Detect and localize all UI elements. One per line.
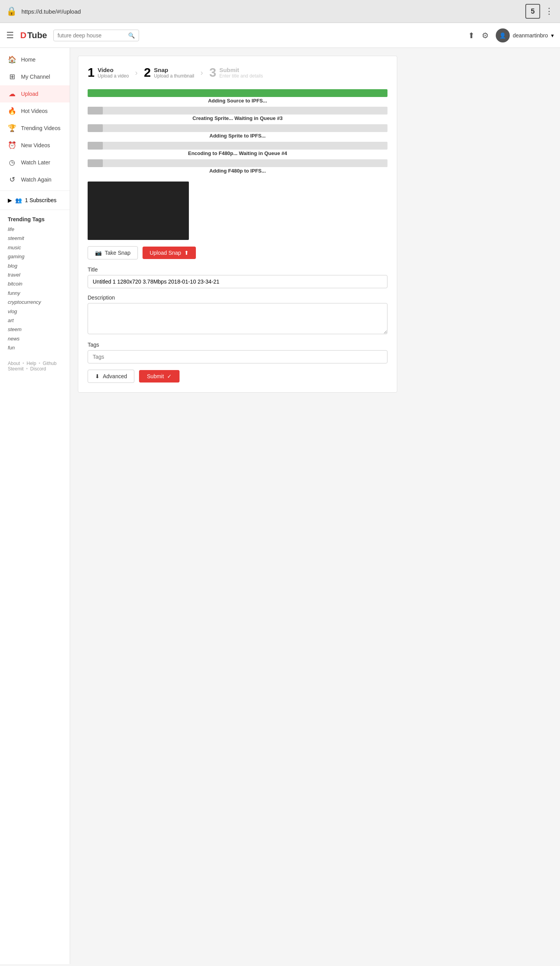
search-input[interactable] [58,32,125,39]
sidebar-label-upload: Upload [21,91,38,97]
sidebar-label-watch-again: Watch Again [21,176,51,183]
progress-bar-2: Creating Sprite... Waiting in Queue #3 [88,107,387,121]
tag-news[interactable]: news [8,334,62,343]
snap-buttons: 📷 Take Snap Upload Snap ⬆ [88,246,387,259]
progress-track-5 [88,159,387,167]
cloud-icon: ☁ [8,90,16,98]
upload-snap-button[interactable]: Upload Snap ⬆ [143,247,196,259]
submit-button[interactable]: Submit ✓ [139,370,180,383]
browser-menu-icon[interactable]: ⋮ [545,6,554,16]
tag-gaming[interactable]: gaming [8,252,62,261]
chevron-right-icon: ▶ [8,197,12,203]
download-icon: ⬇ [95,373,100,379]
sidebar: 🏠 Home ⊞ My Channel ☁ Upload 🔥 Hot Video… [0,48,70,964]
sidebar-label-hot-videos: Hot Videos [21,108,48,114]
sidebar-item-watch-later[interactable]: ◷ Watch Later [0,154,70,171]
help-link[interactable]: Help [26,361,36,366]
upload-nav-icon[interactable]: ⬆ [468,31,475,40]
sidebar-item-new-videos[interactable]: ⏰ New Videos [0,137,70,154]
progress-fill-3 [88,124,103,132]
dropdown-arrow-icon: ▾ [551,32,554,39]
description-textarea[interactable] [88,303,387,334]
fire-icon: 🔥 [8,107,16,115]
sidebar-item-watch-again[interactable]: ↺ Watch Again [0,171,70,188]
title-input[interactable] [88,275,387,288]
progress-label-5: Adding F480p to IPFS... [88,168,387,174]
tags-group: Tags [88,342,387,363]
logo-tube: Tube [27,30,47,41]
sidebar-label-my-channel: My Channel [21,74,50,80]
tag-blog[interactable]: blog [8,261,62,270]
tag-life[interactable]: life [8,225,62,234]
sidebar-item-upload[interactable]: ☁ Upload [0,85,70,102]
progress-track-3 [88,124,387,132]
trophy-icon: 🏆 [8,124,16,132]
search-bar[interactable]: 🔍 [53,30,139,41]
sidebar-label-new-videos: New Videos [21,142,50,148]
sidebar-label-trending-videos: Trending Videos [21,125,60,131]
sidebar-subscribes[interactable]: ▶ 👥 1 Subscribes [0,193,70,207]
submit-label: Submit [147,373,164,379]
tag-cryptocurrency[interactable]: cryptocurrency [8,298,62,307]
trending-tags-title: Trending Tags [8,216,62,222]
progress-bar-1: Adding Source to IPFS... [88,89,387,104]
take-snap-button[interactable]: 📷 Take Snap [88,246,138,259]
tag-art[interactable]: art [8,316,62,325]
about-link[interactable]: About [8,361,20,366]
step-arrow-1: › [135,68,138,77]
url-bar[interactable]: https://d.tube/#!/upload [21,8,521,15]
settings-icon[interactable]: ⚙ [482,31,489,40]
step-1-title: Video [98,67,129,73]
progress-bar-4: Encoding to F480p... Waiting in Queue #4 [88,142,387,156]
trending-tags: Trending Tags life steemit music gaming … [0,212,70,356]
lock-icon: 🔒 [6,6,17,16]
steemit-link[interactable]: Steemit [8,366,24,372]
step-arrow-2: › [201,68,203,77]
progress-fill-2 [88,107,103,115]
home-icon: 🏠 [8,55,16,64]
browser-bar: 🔒 https://d.tube/#!/upload 5 ⋮ [0,0,560,23]
steps: 1 Video Upload a video › 2 Snap Upload a… [88,65,387,80]
people-icon: 👥 [15,197,22,203]
user-area[interactable]: 👤 deanmartinbro ▾ [496,28,554,42]
sidebar-divider-2 [0,210,70,210]
clock-icon: ⏰ [8,141,16,150]
step-2-title: Snap [154,67,194,73]
sidebar-item-home[interactable]: 🏠 Home [0,51,70,68]
advanced-label: Advanced [103,373,127,379]
progress-label-1: Adding Source to IPFS... [88,98,387,104]
github-link[interactable]: Github [43,361,56,366]
sidebar-footer: About • Help • Github Steemit • Discord [0,356,70,376]
layout: 🏠 Home ⊞ My Channel ☁ Upload 🔥 Hot Video… [0,48,560,964]
step-1-sub: Upload a video [98,73,129,79]
tag-steem[interactable]: steem [8,325,62,334]
tag-fun[interactable]: fun [8,343,62,352]
upload-card: 1 Video Upload a video › 2 Snap Upload a… [78,56,397,393]
progress-label-4: Encoding to F480p... Waiting in Queue #4 [88,150,387,156]
tag-steemit[interactable]: steemit [8,234,62,243]
tags-input[interactable] [88,350,387,363]
tag-music[interactable]: music [8,243,62,252]
sidebar-item-trending-videos[interactable]: 🏆 Trending Videos [0,120,70,137]
step-2-num: 2 [144,65,151,80]
progress-fill-4 [88,142,103,150]
subscribes-label: 1 Subscribes [25,197,56,203]
discord-link[interactable]: Discord [30,366,46,372]
description-group: Description [88,294,387,335]
progress-fill-5 [88,159,103,167]
advanced-button[interactable]: ⬇ Advanced [88,370,134,383]
username: deanmartinbro [513,32,548,39]
hamburger-icon[interactable]: ☰ [6,30,14,41]
sidebar-item-my-channel[interactable]: ⊞ My Channel [0,68,70,85]
logo[interactable]: D Tube [20,30,47,41]
tag-funny[interactable]: funny [8,289,62,298]
tag-vlog[interactable]: vlog [8,307,62,316]
tag-travel[interactable]: travel [8,270,62,279]
logo-d: D [20,30,26,41]
progress-label-2: Creating Sprite... Waiting in Queue #3 [88,115,387,121]
main-content: 1 Video Upload a video › 2 Snap Upload a… [70,48,560,964]
avatar: 👤 [496,28,510,42]
tag-bitcoin[interactable]: bitcoin [8,279,62,288]
sidebar-item-hot-videos[interactable]: 🔥 Hot Videos [0,102,70,120]
sidebar-label-home: Home [21,56,35,63]
